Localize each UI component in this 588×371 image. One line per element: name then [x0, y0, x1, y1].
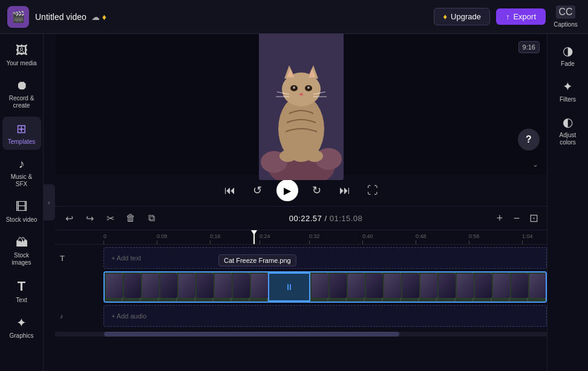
fade-icon: ◑ [563, 44, 573, 58]
templates-icon: ⊞ [16, 121, 27, 136]
svg-point-20 [306, 150, 323, 162]
sidebar-item-music-sfx[interactable]: ♪ Music & SFX [2, 152, 41, 193]
text-track-icon: T [60, 254, 65, 263]
after-freeze-segment [310, 273, 547, 302]
playhead-triangle [251, 230, 257, 235]
freeze-segment[interactable]: ⏸ [268, 273, 310, 302]
ruler-mark-0: 0 [103, 233, 106, 244]
right-item-adjust-colors[interactable]: ◐ Adjust colors [550, 110, 586, 151]
ruler-mark-56: 0:56 [469, 233, 480, 244]
before-freeze-segment [105, 273, 268, 302]
ruler-marks: 0 0:08 0:16 0:24 [103, 230, 498, 244]
add-text-label[interactable]: + Add text [111, 254, 141, 262]
thumb-frame [124, 274, 141, 298]
thumb-frame [106, 274, 123, 298]
redo-button[interactable]: ↪ [82, 210, 97, 226]
preview-area: 9:16 ? ⌄ [55, 34, 547, 175]
captions-icon: CC [556, 5, 575, 19]
stock-video-icon: 🎞 [16, 200, 28, 214]
timeline-tracks: T + Add text Cat Freeze Frame.png [55, 245, 547, 332]
zoom-controls: + − ⊡ [492, 211, 541, 225]
zoom-minus-button[interactable]: − [509, 211, 524, 225]
duplicate-button[interactable]: ⧉ [143, 210, 159, 226]
upgrade-button[interactable]: ♦ Upgrade [434, 8, 490, 25]
add-audio-label[interactable]: + Add audio [111, 312, 146, 320]
adjust-colors-icon: ◐ [563, 115, 573, 129]
thumb-frame [178, 274, 195, 298]
ruler-mark-104: 1:04 [522, 233, 533, 244]
time-current: 00:22.57 [289, 214, 322, 223]
thumb-frame [366, 274, 383, 298]
right-item-fade[interactable]: ◑ Fade [550, 39, 586, 72]
thumb-frame [348, 274, 365, 298]
timeline-toolbar: ↩ ↪ ✂ 🗑 ⧉ 00:22.57 / 01:15.08 + − ⊡ [55, 207, 547, 230]
text-icon: T [18, 279, 25, 294]
record-icon: ⏺ [16, 79, 28, 92]
top-bar: 🎬 Untitled video ☁ ♦ ♦ Upgrade ↑ Export … [0, 0, 588, 34]
right-item-filters[interactable]: ✦ Filters [550, 74, 586, 108]
skip-back-button[interactable]: ⏮ [221, 181, 239, 199]
thumb-frame [439, 274, 456, 298]
skip-forward-button[interactable]: ⏭ [336, 181, 354, 199]
audio-track-content[interactable]: + Add audio [103, 305, 547, 327]
thumb-frame [457, 274, 474, 298]
thumb-frame [330, 274, 347, 298]
thumb-frame [475, 274, 492, 298]
help-button[interactable]: ? [518, 129, 540, 150]
fullscreen-button[interactable]: ⛶ [364, 181, 382, 199]
cut-button[interactable]: ✂ [102, 210, 118, 226]
captions-button[interactable]: CC Captions [550, 1, 581, 33]
media-icon: 🖼 [16, 44, 28, 57]
ruler-mark-8: 0:08 [157, 233, 168, 244]
text-track-content[interactable]: + Add text [103, 247, 547, 269]
video-track-row: Cat Freeze Frame.png [55, 271, 547, 303]
sidebar-item-text[interactable]: T Text [2, 274, 41, 308]
svg-point-12 [293, 86, 295, 89]
thumb-frame [420, 274, 437, 298]
sidebar-item-stock-images[interactable]: 🏔 Stock images [2, 231, 41, 271]
thumb-frame [312, 274, 328, 298]
ruler-mark-40: 0:40 [362, 233, 373, 244]
aspect-ratio-badge[interactable]: 9:16 [518, 41, 540, 53]
sidebar-item-record-create[interactable]: ⏺ Record & create [2, 74, 41, 114]
svg-point-14 [299, 93, 303, 95]
sidebar-item-stock-video[interactable]: 🎞 Stock video [2, 195, 41, 228]
ruler-mark-16: 0:16 [210, 233, 221, 244]
ruler-mark-32: 0:32 [309, 233, 320, 244]
play-button[interactable]: ▶ [276, 179, 298, 201]
svg-point-19 [279, 150, 296, 162]
video-track-content[interactable]: ⏸ [103, 271, 547, 303]
time-total: 01:15.08 [330, 214, 363, 223]
thumb-frame [493, 274, 510, 298]
cat-video-placeholder [259, 34, 344, 180]
zoom-add-button[interactable]: + [492, 211, 507, 225]
undo-button[interactable]: ↩ [61, 210, 77, 226]
chevron-down-icon[interactable]: ⌄ [532, 160, 538, 169]
time-separator: / [324, 214, 329, 223]
cloud-icon: ☁ [91, 12, 100, 22]
thumb-frame [160, 274, 177, 298]
ruler-mark-48: 0:48 [416, 233, 426, 244]
rewind-button[interactable]: ↺ [249, 181, 267, 199]
scrollbar-thumb[interactable] [104, 332, 399, 337]
delete-button[interactable]: 🗑 [123, 210, 139, 226]
thumb-frame [384, 274, 401, 298]
thumb-frame [215, 274, 232, 298]
video-preview [259, 34, 344, 180]
export-button[interactable]: ↑ Export [496, 8, 546, 25]
thumb-frame [529, 274, 546, 298]
text-track-label: T [55, 254, 103, 263]
sidebar-item-your-media[interactable]: 🖼 Your media [2, 39, 41, 71]
forward-button[interactable]: ↻ [308, 181, 326, 199]
sidebar-item-templates[interactable]: ⊞ Templates [2, 117, 41, 150]
sidebar-collapse-button[interactable]: ‹ [43, 184, 55, 221]
thumb-frame [233, 274, 250, 298]
main-content: 🖼 Your media ⏺ Record & create ⊞ Templat… [0, 34, 588, 371]
zoom-fit-button[interactable]: ⊡ [526, 211, 541, 225]
project-title[interactable]: Untitled video [35, 12, 87, 22]
timeline-scrollbar[interactable] [55, 332, 547, 337]
sidebar-item-graphics[interactable]: ✦ Graphics [2, 311, 41, 344]
center-area: 9:16 ? ⌄ ⏮ ↺ ▶ ↻ ⏭ ⛶ ↩ ↪ ✂ 🗑 ⧉ 00:22.57 … [55, 34, 547, 371]
filters-icon: ✦ [563, 79, 573, 94]
timeline: 0 0:08 0:16 0:24 [55, 230, 547, 371]
